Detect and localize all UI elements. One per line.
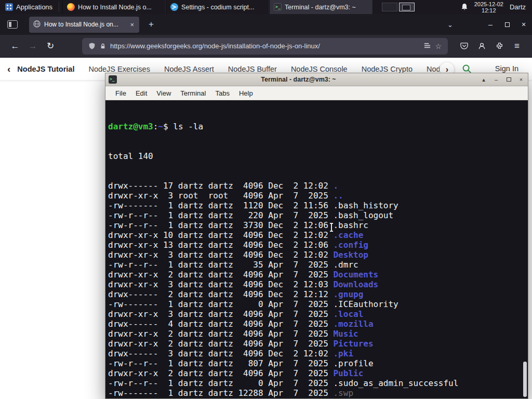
- tracking-shield-icon[interactable]: [88, 42, 96, 50]
- nav-item[interactable]: NodeJS Assert: [164, 65, 214, 73]
- taskbar-window-terminal[interactable]: Terminal - dartz@vm3: ~: [269, 0, 373, 14]
- ls-filename: Desktop: [333, 250, 368, 260]
- prompt-sign: $: [163, 122, 173, 131]
- terminal-menu-help[interactable]: Help: [234, 89, 258, 97]
- clock-date: 2025-12-02: [474, 1, 503, 7]
- lock-icon[interactable]: [100, 43, 106, 50]
- terminal-close-button[interactable]: ×: [517, 76, 525, 83]
- total-line: total 140: [108, 151, 528, 161]
- nav-item[interactable]: NodeJS Buffer: [228, 65, 277, 73]
- nav-item[interactable]: NodeJS Console: [291, 65, 348, 73]
- ls-row: drwxr-xr-x 10 dartz dartz 4096 Dec 2 12:…: [108, 230, 528, 240]
- browser-toolbar: ← → ↻ https://www.geeksforgeeks.org/node…: [0, 35, 532, 58]
- applications-label: Applications: [16, 3, 52, 11]
- reader-view-icon[interactable]: [424, 43, 431, 49]
- ls-row: -rw-r--r-- 1 dartz dartz 3730 Dec 2 12:0…: [108, 220, 528, 230]
- back-button[interactable]: ←: [6, 41, 24, 51]
- ls-filename: .bash_logout: [333, 210, 393, 220]
- workspace-2-active[interactable]: [399, 3, 415, 11]
- workspace-1[interactable]: [382, 3, 397, 11]
- terminal-menu-tabs[interactable]: Tabs: [210, 89, 234, 97]
- bookmark-star-icon[interactable]: ☆: [435, 42, 442, 50]
- ls-filename: .bashrc: [333, 220, 368, 230]
- ls-row: drwxr-xr-x 3 root root 4096 Apr 7 2025 .…: [108, 191, 528, 201]
- ls-row: -rw-r--r-- 1 dartz dartz 35 Apr 7 2025 .…: [108, 260, 528, 270]
- ls-row: -rw------- 1 dartz dartz 0 Apr 7 2025 .I…: [108, 299, 528, 309]
- terminal-minimize-button[interactable]: –: [493, 76, 500, 83]
- tab-favicon-globe-icon: [33, 20, 41, 29]
- sign-in-button[interactable]: Sign In: [495, 64, 518, 73]
- ls-row: drwxr-xr-x 2 dartz dartz 4096 Apr 7 2025…: [108, 270, 528, 280]
- ls-filename: Pictures: [333, 339, 373, 349]
- browser-tab-active[interactable]: How to Install Node.js on... ×: [29, 17, 139, 33]
- clock[interactable]: 2025-12-02 12:12: [474, 1, 503, 14]
- terminal-menubar: FileEditViewTerminalTabsHelp: [105, 86, 528, 100]
- clock-time: 12:12: [474, 7, 503, 14]
- nav-item[interactable]: NodeJS Crypto: [362, 65, 413, 73]
- firefox-view-icon[interactable]: [7, 20, 18, 29]
- terminal-maximize-button[interactable]: [505, 76, 512, 83]
- terminal-scrollbar-thumb[interactable]: [523, 362, 527, 397]
- terminal-menu-terminal[interactable]: Terminal: [176, 89, 210, 97]
- terminal-menu-file[interactable]: File: [111, 89, 131, 97]
- ls-filename: .swp: [333, 388, 353, 398]
- terminal-scrollbar[interactable]: [522, 100, 527, 398]
- prompt-colon: :: [153, 122, 158, 131]
- ls-filename: .dmrc: [333, 260, 358, 270]
- nav-back-chevron-icon[interactable]: ‹: [7, 63, 10, 75]
- ls-filename: Music: [333, 329, 358, 339]
- ls-filename: Documents: [333, 270, 378, 280]
- ls-filename: .bash_history: [333, 201, 398, 210]
- extensions-puzzle-icon[interactable]: [490, 42, 508, 50]
- ls-filename: .ICEauthority: [333, 299, 398, 309]
- url-bar[interactable]: https://www.geeksforgeeks.org/node-js/in…: [82, 38, 448, 55]
- ls-row: drwx------ 3 dartz dartz 4096 Dec 2 12:0…: [108, 349, 528, 358]
- window-close-button[interactable]: ×: [515, 20, 532, 29]
- ls-row: drwxr-xr-x 2 dartz dartz 4096 Apr 7 2025…: [108, 398, 528, 398]
- terminal-menu-edit[interactable]: Edit: [131, 89, 152, 97]
- menu-hamburger-icon[interactable]: ≡: [508, 41, 526, 51]
- window-restore-button[interactable]: [499, 20, 515, 29]
- taskbar-window-codium[interactable]: Settings - codium script...: [166, 0, 269, 14]
- ls-row: -rw-r--r-- 1 dartz dartz 0 Apr 7 2025 .s…: [108, 378, 528, 388]
- ls-row: -rw------- 1 dartz dartz 12288 Apr 7 202…: [108, 388, 528, 398]
- ls-filename: .cache: [333, 230, 363, 240]
- terminal-output[interactable]: dartz@vm3:~$ ls -la total 140 drwx------…: [105, 100, 528, 398]
- workspace-pager[interactable]: [382, 0, 415, 14]
- nav-item[interactable]: NodeJS DNS: [427, 65, 440, 73]
- ls-output: drwx------ 17 dartz dartz 4096 Dec 2 12:…: [108, 181, 528, 398]
- nav-item[interactable]: NodeJS Tutorial: [17, 65, 74, 73]
- taskbar-separator: [59, 2, 61, 12]
- terminal-icon: [274, 3, 282, 11]
- pocket-icon[interactable]: [455, 42, 473, 50]
- ls-row: drwx------ 2 dartz dartz 4096 Dec 2 12:1…: [108, 289, 528, 299]
- nav-item[interactable]: NodeJS Exercises: [88, 65, 150, 73]
- forward-button: →: [24, 41, 42, 51]
- terminal-shade-button[interactable]: ▴: [480, 76, 487, 83]
- list-all-tabs-icon[interactable]: ⌄: [442, 21, 458, 29]
- applications-icon: [5, 3, 13, 11]
- reload-button[interactable]: ↻: [42, 41, 59, 51]
- taskbar-window-title: Settings - codium script...: [181, 4, 254, 11]
- new-tab-button[interactable]: +: [144, 18, 158, 31]
- ls-filename: .mozilla: [333, 319, 373, 329]
- ls-filename: .: [333, 181, 338, 191]
- user-menu[interactable]: Dartz: [510, 3, 526, 11]
- ls-filename: .config: [333, 240, 368, 250]
- terminal-menu-view[interactable]: View: [152, 89, 176, 97]
- terminal-titlebar[interactable]: Terminal - dartz@vm3: ~ ▴ – ×: [105, 73, 528, 86]
- applications-menu-button[interactable]: Applications: [0, 0, 58, 14]
- window-minimize-button[interactable]: –: [482, 20, 499, 29]
- terminal-window-controls: ▴ – ×: [480, 76, 525, 83]
- ls-row: drwxr-xr-x 2 dartz dartz 4096 Apr 7 2025…: [108, 329, 528, 339]
- taskbar-window-firefox[interactable]: How to Install Node.js o...: [62, 0, 166, 14]
- account-icon[interactable]: [473, 42, 490, 50]
- tab-close-icon[interactable]: ×: [129, 21, 135, 29]
- notifications-bell-icon[interactable]: [461, 3, 468, 11]
- browser-tab-strip: How to Install Node.js on... × + ⌄ – ×: [0, 14, 532, 35]
- ls-row: -rw-r--r-- 1 dartz dartz 807 Apr 7 2025 …: [108, 358, 528, 368]
- ls-row: drwxr-xr-x 3 dartz dartz 4096 Dec 2 12:0…: [108, 250, 528, 260]
- url-text[interactable]: https://www.geeksforgeeks.org/node-js/in…: [110, 42, 420, 50]
- ls-filename: .local: [333, 309, 363, 319]
- terminal-window: Terminal - dartz@vm3: ~ ▴ – × FileEditVi…: [105, 73, 528, 399]
